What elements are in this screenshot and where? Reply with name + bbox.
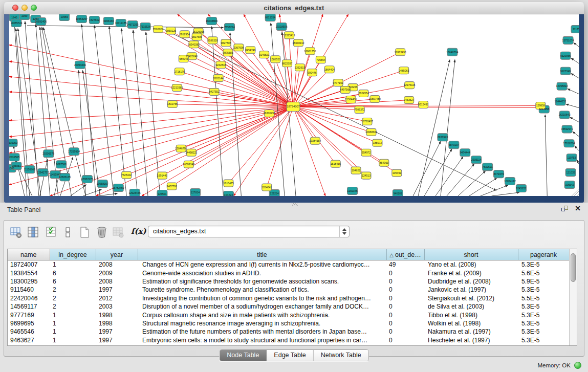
red-citation-edges[interactable] xyxy=(9,14,541,196)
table-row[interactable]: 1938455462009Genome-wide association stu… xyxy=(8,269,569,277)
red-edge[interactable] xyxy=(192,56,293,107)
column-header-short[interactable]: short xyxy=(424,249,518,260)
red-edge[interactable] xyxy=(293,106,356,170)
close-panel-icon[interactable]: ✕ xyxy=(575,204,581,212)
black-edge[interactable] xyxy=(230,33,241,196)
table-cell: 5.6E-5 xyxy=(518,269,569,277)
graph-node-label: 19218506 xyxy=(276,25,288,28)
red-edge[interactable] xyxy=(162,106,293,176)
black-edge[interactable] xyxy=(43,28,86,196)
table-row[interactable]: 977716911998Corpus callosum shape and si… xyxy=(8,311,569,319)
black-edge[interactable] xyxy=(418,60,450,196)
canvas-resize-grip[interactable] xyxy=(572,189,579,196)
black-edge[interactable] xyxy=(566,104,579,108)
black-edge[interactable] xyxy=(94,26,114,196)
red-edge[interactable] xyxy=(293,106,336,164)
new-column-icon[interactable] xyxy=(78,226,91,239)
red-edge[interactable] xyxy=(172,106,293,186)
red-edge[interactable] xyxy=(293,106,325,196)
table-row[interactable]: 2242004622012Investigating the contribut… xyxy=(8,294,569,302)
column-header-year[interactable]: year xyxy=(96,249,138,260)
red-edge[interactable] xyxy=(293,100,351,107)
table-cell: Genome-wide association studies in ADHD. xyxy=(138,269,386,277)
black-edge[interactable] xyxy=(458,171,486,196)
black-edge[interactable] xyxy=(441,60,455,196)
column-header-in_degree[interactable]: in_degree xyxy=(50,249,96,260)
memory-status-icon[interactable] xyxy=(574,362,581,369)
graph-node-label: 20691406 xyxy=(35,20,47,23)
delete-column-icon[interactable] xyxy=(95,226,108,239)
black-edge[interactable] xyxy=(577,160,579,164)
table-cell: 1 xyxy=(50,319,96,327)
column-header-pagerank[interactable]: pagerank xyxy=(518,249,569,260)
red-edge[interactable] xyxy=(293,43,298,107)
graph-node-label: 924501 xyxy=(158,192,166,195)
red-edge[interactable] xyxy=(219,78,293,107)
black-edge[interactable] xyxy=(435,157,463,196)
black-edge[interactable] xyxy=(571,74,579,78)
graph-node-label: 6966160 xyxy=(103,19,114,23)
table-cell: Franke et al. (2009) xyxy=(424,269,518,277)
red-edge[interactable] xyxy=(9,106,293,137)
black-edge[interactable] xyxy=(413,141,441,196)
table-row[interactable]: 969969511998Structural magnetic resonanc… xyxy=(8,319,569,327)
table-settings-icon[interactable] xyxy=(9,226,23,239)
black-edge[interactable] xyxy=(574,43,579,47)
black-edge[interactable] xyxy=(40,159,48,196)
graph-node-label: 2718176 xyxy=(175,70,185,73)
black-edge[interactable] xyxy=(575,146,579,150)
red-edge[interactable] xyxy=(221,65,293,107)
black-edge[interactable] xyxy=(573,132,579,136)
delete-table-icon[interactable] xyxy=(112,226,125,239)
table-cell: Yano et al. (2008) xyxy=(424,260,518,269)
panel-divider-grip[interactable] xyxy=(292,203,298,206)
citation-graph[interactable]: 1840206912531405572420691406106561065326… xyxy=(9,14,579,196)
row-height-icon[interactable] xyxy=(61,226,75,239)
black-edge[interactable] xyxy=(282,32,296,196)
table-row[interactable]: 911546021997Tourette syndrome. Phenomeno… xyxy=(8,286,569,294)
table-row[interactable]: 1456911722003Disruption of a novel membe… xyxy=(8,302,569,311)
black-edge[interactable] xyxy=(71,185,86,196)
column-header-name[interactable]: name xyxy=(8,249,50,260)
column-checkmarks-icon[interactable] xyxy=(45,226,58,239)
table-cell: 9465546 xyxy=(8,327,50,336)
table-row[interactable]: 946362711997Embryonic stem cells: a mode… xyxy=(8,336,569,344)
red-edge[interactable] xyxy=(293,106,315,141)
network-canvas[interactable]: 1840206912531405572420691406106561065326… xyxy=(9,14,579,196)
table-row[interactable]: 946554611997Estimation of the future num… xyxy=(8,327,569,336)
table-row[interactable]: 1830029562008Estimation of significance … xyxy=(8,277,569,286)
black-edge[interactable] xyxy=(571,58,579,63)
table-cell: 2 xyxy=(50,286,96,294)
show-columns-icon[interactable] xyxy=(27,226,40,239)
black-edge[interactable] xyxy=(545,115,547,196)
black-edge[interactable] xyxy=(83,189,101,196)
graph-node-label: 14498222 xyxy=(185,151,197,154)
black-edge[interactable] xyxy=(146,32,160,196)
column-header-title[interactable]: title xyxy=(138,249,386,260)
window-titlebar[interactable]: citations_edges.txt xyxy=(4,2,584,14)
red-edge[interactable] xyxy=(289,35,293,107)
graph-node-label: 19384554 xyxy=(309,139,321,142)
function-builder-icon[interactable]: f(x) xyxy=(131,227,146,236)
vertical-scrollbar[interactable] xyxy=(569,249,577,345)
column-header-out_de[interactable]: △out_de… xyxy=(386,249,424,260)
float-panel-icon[interactable] xyxy=(561,206,569,212)
red-edge[interactable] xyxy=(293,106,541,107)
table-row[interactable]: 1872400712008Changes of HCN gene express… xyxy=(8,260,569,269)
black-edge[interactable] xyxy=(568,89,579,94)
graph-node-label: 18720407 xyxy=(361,120,373,123)
red-edge[interactable] xyxy=(172,104,293,107)
black-edge[interactable] xyxy=(492,192,519,196)
table-cell: Hescheler et al. (1997) xyxy=(424,336,518,344)
black-edge[interactable] xyxy=(98,193,117,196)
black-edge[interactable] xyxy=(81,25,96,196)
red-edge[interactable] xyxy=(228,106,293,183)
black-edge[interactable] xyxy=(424,149,452,196)
black-edge[interactable] xyxy=(469,178,497,196)
graph-node-label: 15751074 xyxy=(562,39,574,42)
table-chooser-dropdown[interactable]: citations_edges.txt xyxy=(148,226,350,237)
red-edge[interactable] xyxy=(142,106,293,196)
red-edge[interactable] xyxy=(293,106,366,176)
scrollbar-thumb[interactable] xyxy=(571,253,576,282)
black-edge[interactable] xyxy=(570,117,579,122)
